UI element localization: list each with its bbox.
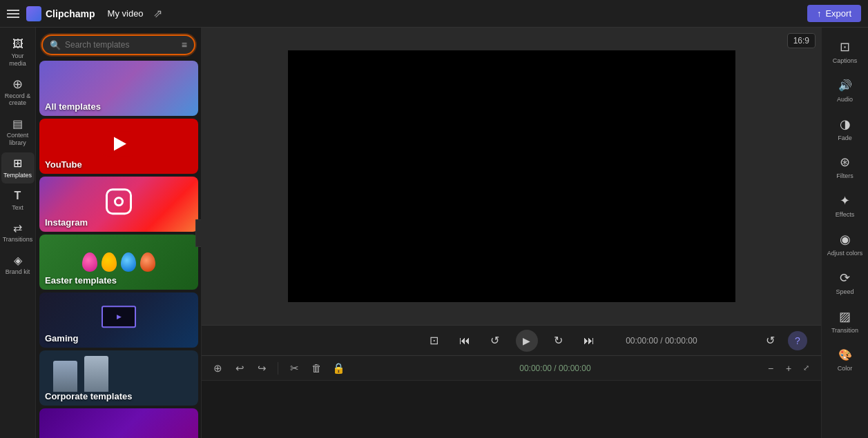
color-icon: 🎨 [837,346,853,363]
template-card-all-templates[interactable]: All templates [39,61,198,116]
current-time: 00:00:00 [626,336,658,346]
content-library-icon: ▤ [11,117,25,130]
lock-button[interactable]: 🔒 [329,359,347,377]
delete-button[interactable]: 🗑 [307,359,325,377]
right-panel: ⊡ Captions 🔊 Audio ◑ Fade ⊛ Filters ✦ Ef… [821,28,868,438]
timeline-toolbar: ⊕ ↩ ↪ ✂ 🗑 🔒 00:00:00 / 00:00:00 − + ⤢ [202,356,821,381]
export-button[interactable]: ↑ Export [807,5,861,22]
timeline-total: 00:00:00 [559,364,591,373]
right-tool-fade[interactable]: ◑ Fade [824,110,866,148]
app-name: Clipchamp [46,8,95,19]
panel-collapse-button[interactable]: ‹ [195,219,202,247]
template-card-instagram[interactable]: Instagram [39,177,198,232]
aspect-ratio-badge[interactable]: 16:9 [787,33,816,48]
next-frame-button[interactable]: ⏭ [579,331,599,350]
instagram-label: Instagram [45,217,88,228]
transitions-label: Transitions [3,236,33,243]
transition-icon: ▨ [837,308,853,325]
timeline-tracks [202,381,821,438]
sidebar-item-brand-kit[interactable]: ◈ Brand kit [1,249,35,280]
undo-button[interactable]: ↩ [231,359,249,377]
icon-nav: 🖼 Your media ⊕ Record &create ▤ Content … [0,28,36,438]
audio-label: Audio [837,96,853,103]
right-tool-effects[interactable]: ✦ Effects [824,187,866,224]
replay-button[interactable]: ↺ [760,331,780,350]
project-title[interactable]: My video [108,8,144,19]
fade-label: Fade [838,135,852,142]
video-area: 16:9 ⊡ ⏮ ↺ ▶ ↻ ⏭ 00:00:00 / 00:00:00 ↺ ?… [202,28,821,438]
brand-kit-label: Brand kit [6,268,30,276]
instagram-icon [106,188,132,215]
right-tool-filters[interactable]: ⊛ Filters [824,148,866,186]
corporate-label: Corporate templates [45,391,132,401]
audio-icon: 🔊 [837,77,853,94]
search-bar-container: 🔍 ≡ [36,28,201,61]
right-tool-adjust-colors[interactable]: ◉ Adjust colors [824,226,866,263]
search-input[interactable] [65,40,177,50]
zoom-out-button[interactable]: − [763,361,778,376]
filter-icon[interactable]: ≡ [182,39,187,50]
templates-panel: 🔍 ≡ All templates YouTube [36,28,202,438]
topbar: Clipchamp My video ⇗ ↑ Export [0,0,868,28]
template-card-corporate[interactable]: Corporate templates [39,350,198,406]
speed-icon: ⟳ [837,270,853,286]
gaming-monitor-icon: ▶ [102,306,136,328]
all-templates-label: All templates [45,101,101,112]
magnet-button[interactable]: ⊕ [209,359,226,377]
youtube-icon [102,131,136,156]
transitions-icon: ⇄ [11,221,25,235]
menu-button[interactable] [7,7,21,21]
play-pause-button[interactable]: ▶ [516,330,538,352]
video-canvas [288,50,735,302]
clip-start-button[interactable]: ⊡ [425,331,444,350]
export-icon: ↑ [817,8,822,19]
app-logo: Clipchamp [26,6,95,21]
easter-label: Easter templates [45,275,117,286]
fade-icon: ◑ [837,116,853,132]
template-card-youtube[interactable]: YouTube [39,119,198,174]
right-tool-captions[interactable]: ⊡ Captions [824,33,866,70]
cut-button[interactable]: ✂ [285,359,303,377]
text-icon: T [11,189,25,203]
right-tool-speed[interactable]: ⟳ Speed [824,264,866,301]
right-tool-color[interactable]: 🎨 Color [824,341,866,378]
redo-button[interactable]: ↪ [253,359,271,377]
templates-list: All templates YouTube Instagra [36,61,201,438]
sidebar-item-templates[interactable]: ⊞ Templates [1,152,35,183]
timeline-sep: / [554,364,559,373]
templates-label: Templates [3,172,32,179]
search-bar: 🔍 ≡ [41,34,195,55]
template-card-gaming[interactable]: ▶ Gaming [39,292,198,348]
sidebar-item-transitions[interactable]: ⇄ Transitions [1,217,35,248]
right-tool-transition[interactable]: ▨ Transition [824,303,866,340]
forward-button[interactable]: ↻ [549,331,568,350]
sidebar-item-your-media[interactable]: 🖼 Your media [1,33,35,72]
clipchamp-logo-icon [26,6,41,21]
topbar-right: ↑ Export [807,5,861,22]
sidebar-item-content-library[interactable]: ▤ Content library [1,112,35,151]
sidebar-item-record-create[interactable]: ⊕ Record &create [1,73,35,112]
toolbar-separator-1 [278,362,278,375]
fit-button[interactable]: ⤢ [799,361,814,376]
color-label: Color [838,365,853,372]
template-card-easter[interactable]: Easter templates [39,235,198,290]
template-card-slideshows[interactable]: Slideshows [39,408,198,438]
share-icon: ⇗ [153,7,162,20]
total-time: 00:00:00 [665,336,697,346]
rewind-button[interactable]: ↺ [485,331,505,350]
right-tool-audio[interactable]: 🔊 Audio [824,72,866,109]
youtube-label: YouTube [45,159,82,170]
text-label: Text [12,204,23,212]
topbar-left: Clipchamp My video ⇗ [7,6,162,21]
speed-label: Speed [836,288,853,296]
content-library-label: Content library [4,132,32,147]
transition-label: Transition [831,327,858,335]
zoom-controls: − + ⤢ [763,361,814,376]
sidebar-item-text[interactable]: T Text [1,185,35,216]
captions-label: Captions [833,57,858,65]
playback-controls: ⊡ ⏮ ↺ ▶ ↻ ⏭ 00:00:00 / 00:00:00 ↺ ? [202,325,821,355]
help-button[interactable]: ? [788,331,807,350]
prev-frame-button[interactable]: ⏮ [455,331,474,350]
search-icon: 🔍 [50,40,61,50]
zoom-in-button[interactable]: + [781,361,796,376]
